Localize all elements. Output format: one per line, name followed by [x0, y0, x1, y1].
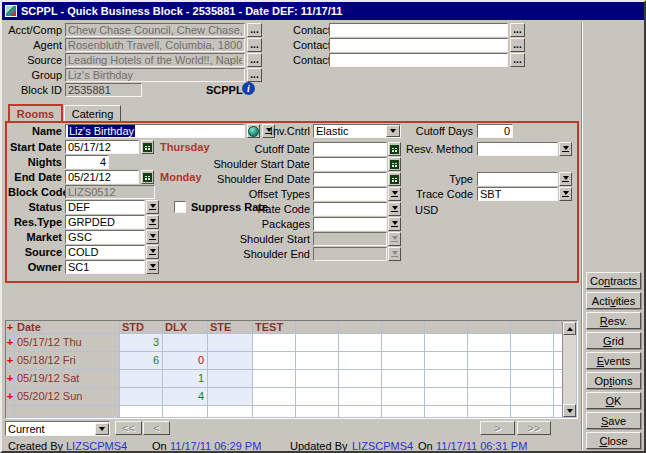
source-code-input[interactable]: [65, 245, 145, 259]
dropdown-list-icon: [562, 176, 569, 182]
res-type-label: Res.Type: [8, 215, 62, 229]
resv-button[interactable]: Resv.: [586, 312, 641, 329]
type-list-button[interactable]: [559, 172, 572, 186]
options-button[interactable]: Options: [586, 372, 641, 389]
shoulder-start-date-calendar-button[interactable]: [388, 157, 401, 171]
grid-cell-test[interactable]: [253, 388, 296, 406]
grid-cell-dlx[interactable]: 0: [163, 352, 208, 370]
res-type-input[interactable]: [65, 215, 145, 229]
shoulder-start-input[interactable]: [313, 232, 387, 246]
market-input[interactable]: [65, 230, 145, 244]
row-expander-icon[interactable]: +: [6, 334, 15, 352]
close-button[interactable]: Close: [586, 432, 641, 449]
group-field[interactable]: [65, 68, 245, 82]
shoulder-start-date-input[interactable]: [313, 157, 387, 171]
events-button[interactable]: Events: [586, 352, 641, 369]
dropdown-list-icon: [149, 234, 156, 240]
block-id-field[interactable]: [65, 83, 142, 97]
grid-cell-std[interactable]: 6: [120, 352, 163, 370]
res-type-list-button[interactable]: [146, 215, 159, 229]
resv-method-input[interactable]: [477, 142, 558, 156]
grid-cell-ste[interactable]: [208, 388, 253, 406]
contact2-lookup-button[interactable]: ...: [510, 38, 525, 52]
suppress-rate-checkbox[interactable]: [174, 201, 186, 213]
grid-button[interactable]: Grid: [586, 332, 641, 349]
trace-code-input[interactable]: [477, 187, 558, 201]
agent-field[interactable]: [65, 38, 245, 52]
scroll-up-button[interactable]: [563, 322, 576, 335]
market-list-button[interactable]: [146, 230, 159, 244]
resv-method-list-button[interactable]: [559, 142, 572, 156]
acct-comp-lookup-button[interactable]: ...: [247, 23, 262, 37]
offset-types-input[interactable]: [313, 187, 387, 201]
acct-comp-field[interactable]: [65, 23, 245, 37]
grid-cell-ste[interactable]: [208, 370, 253, 388]
last-page-button: >>: [517, 421, 551, 435]
save-button[interactable]: Save: [586, 412, 641, 429]
grid-view-combobox[interactable]: Current: [5, 421, 110, 436]
end-date-calendar-button[interactable]: [141, 170, 154, 184]
row-expander-icon[interactable]: +: [6, 388, 15, 406]
grid-cell-ste[interactable]: [208, 334, 253, 352]
start-date-calendar-button[interactable]: [141, 140, 154, 154]
rate-code-input[interactable]: [313, 202, 387, 216]
contact1-lookup-button[interactable]: ...: [510, 23, 525, 37]
contact1-field[interactable]: [329, 23, 508, 37]
grid-cell-test[interactable]: [253, 334, 296, 352]
shoulder-start-date-label: Shoulder Start Date: [207, 157, 310, 171]
grid-vertical-scrollbar[interactable]: [562, 322, 576, 417]
contact2-field[interactable]: [329, 38, 508, 52]
contact3-field[interactable]: [329, 53, 508, 67]
grid-cell-test[interactable]: [253, 352, 296, 370]
cutoff-days-input[interactable]: [477, 124, 513, 138]
contact3-lookup-button[interactable]: ...: [510, 53, 525, 67]
contracts-button[interactable]: Contracts: [586, 272, 641, 289]
status-input[interactable]: [65, 200, 145, 214]
owner-input[interactable]: [65, 260, 145, 274]
shoulder-start-list-button: [388, 232, 401, 246]
row-expander-icon[interactable]: +: [6, 352, 15, 370]
packages-input[interactable]: [313, 217, 387, 231]
start-date-label: Start Date: [8, 140, 62, 154]
nights-input[interactable]: [65, 155, 109, 169]
tab-rooms[interactable]: Rooms: [8, 104, 63, 121]
column-header-date: Date: [15, 321, 120, 334]
agent-lookup-button[interactable]: ...: [247, 38, 262, 52]
grid-cell-test[interactable]: [253, 370, 296, 388]
grid-cell-std[interactable]: [120, 388, 163, 406]
grid-cell-dlx[interactable]: [163, 334, 208, 352]
packages-list-button[interactable]: [388, 217, 401, 231]
end-date-input[interactable]: [65, 170, 139, 184]
type-input[interactable]: [477, 172, 558, 186]
add-row-icon[interactable]: +: [6, 321, 15, 334]
row-expander-icon[interactable]: +: [6, 370, 15, 388]
block-code-input[interactable]: [65, 185, 155, 199]
ok-button[interactable]: OK: [586, 392, 641, 409]
trace-code-list-button[interactable]: [559, 187, 572, 201]
cutoff-date-input[interactable]: [313, 142, 387, 156]
source-account-field[interactable]: [65, 53, 245, 67]
tab-catering[interactable]: Catering: [64, 105, 121, 121]
group-lookup-button[interactable]: ...: [247, 68, 262, 82]
agent-label: Agent: [6, 38, 62, 52]
source-account-lookup-button[interactable]: ...: [247, 53, 262, 67]
owner-list-button[interactable]: [146, 260, 159, 274]
chevron-down-icon[interactable]: [95, 423, 109, 435]
activities-button[interactable]: Activities: [586, 292, 641, 309]
shoulder-end-input[interactable]: [313, 247, 387, 261]
status-list-button[interactable]: [146, 200, 159, 214]
grid-cell-dlx[interactable]: 1: [163, 370, 208, 388]
scroll-down-button[interactable]: [563, 404, 576, 417]
column-header-test: TEST: [253, 321, 296, 334]
grid-cell-std[interactable]: 3: [120, 334, 163, 352]
start-date-input[interactable]: [65, 140, 139, 154]
dropdown-list-icon: [149, 204, 156, 210]
info-icon[interactable]: [242, 82, 255, 95]
contact2-label: Contact: [293, 38, 331, 52]
grid-cell-dlx[interactable]: 4: [163, 388, 208, 406]
grid-cell-ste[interactable]: [208, 352, 253, 370]
grid-cell-std[interactable]: [120, 370, 163, 388]
source-list-button[interactable]: [146, 245, 159, 259]
rate-code-list-button[interactable]: [388, 202, 401, 216]
shoulder-end-date-input[interactable]: [313, 172, 387, 186]
